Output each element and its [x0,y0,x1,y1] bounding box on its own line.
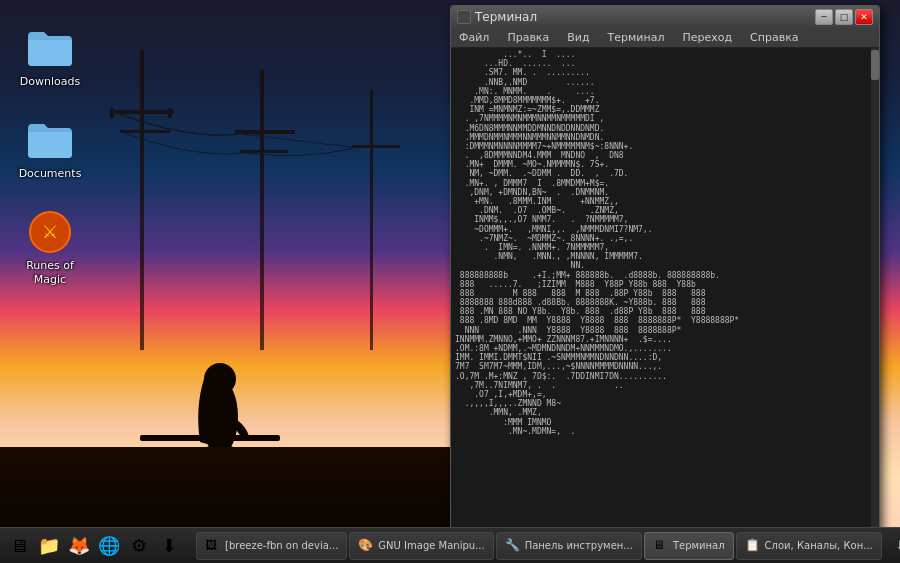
task-gimp[interactable]: 🎨 GNU Image Manipu... [349,532,493,560]
svg-rect-0 [140,50,144,350]
close-button[interactable]: ✕ [855,9,873,25]
desktop-icon-documents-label: Documents [19,167,82,180]
game-icon-runes: ⚔ [26,208,74,256]
svg-rect-2 [120,130,170,133]
task-panel-label: Панель инструмен... [525,540,633,551]
terminal-titlebar: Терминал ─ □ ✕ [451,6,879,28]
task-gimp-icon: 🎨 [358,538,374,554]
maximize-button[interactable]: □ [835,9,853,25]
task-channels-icon: 📋 [745,538,761,554]
svg-rect-4 [168,108,172,118]
svg-point-17 [204,363,236,395]
task-terminal-icon: 🖥 [653,538,669,554]
menu-file[interactable]: Файл [455,29,493,46]
systray-torrent[interactable]: ⬇ [890,535,900,557]
svg-rect-7 [240,150,288,153]
menu-terminal[interactable]: Терминал [604,29,669,46]
svg-rect-1 [110,110,174,114]
desktop: Downloads Documents ⚔ Runes of Magic [0,0,900,563]
desktop-icon-runes-label: Runes of Magic [14,259,86,285]
desktop-icon-downloads-label: Downloads [20,75,80,88]
ground [0,447,460,527]
svg-rect-8 [370,90,373,350]
menu-view[interactable]: Вид [563,29,593,46]
task-breeze-label: [breeze-fbn on devia... [225,540,338,551]
svg-rect-11 [140,435,280,441]
task-gimp-label: GNU Image Manipu... [378,540,484,551]
svg-rect-3 [110,108,114,118]
terminal-scrollbar[interactable] [871,48,879,559]
task-panel[interactable]: 🔧 Панель инструмен... [496,532,642,560]
task-terminal-label: Терминал [673,540,725,551]
terminal-output: ...*.. I .... ...HD. ...... ... .SM7. MM… [455,50,875,557]
svg-rect-9 [352,145,400,148]
task-terminal[interactable]: 🖥 Терминал [644,532,734,560]
taskbar-launcher: 🖥 📁 🦊 🌐 ⚙ ⬇ [0,528,188,563]
taskbar: 🖥 📁 🦊 🌐 ⚙ ⬇ 🖼 [breeze-fbn on devia... 🎨 … [0,527,900,563]
taskbar-launcher-chrome[interactable]: 🌐 [95,532,123,560]
task-breeze-icon: 🖼 [205,538,221,554]
terminal-title: Терминал [457,10,537,24]
desktop-icon-downloads[interactable]: Downloads [10,20,90,92]
menu-goto[interactable]: Переход [678,29,736,46]
svg-point-16 [202,379,238,455]
folder-icon-downloads [26,24,74,72]
terminal-app-icon [457,10,471,24]
taskbar-launcher-terminal[interactable]: 🖥 [5,532,33,560]
taskbar-launcher-firefox[interactable]: 🦊 [65,532,93,560]
taskbar-systray: ⬇ 🔊 📶 31° 29° 61° US 00:13 суббота [884,535,900,557]
terminal-title-label: Терминал [475,10,537,24]
task-channels-label: Слои, Каналы, Кон... [765,540,873,551]
folder-icon-documents [26,116,74,164]
terminal-menubar: Файл Правка Вид Терминал Переход Справка [451,28,879,48]
terminal-window: Терминал ─ □ ✕ Файл Правка Вид Терминал … [450,5,880,560]
desktop-icon-documents[interactable]: Documents [10,112,90,184]
minimize-button[interactable]: ─ [815,9,833,25]
taskbar-tasks: 🖼 [breeze-fbn on devia... 🎨 GNU Image Ma… [194,528,884,563]
desktop-icon-runes-of-magic[interactable]: ⚔ Runes of Magic [10,204,90,289]
svg-rect-5 [260,70,264,350]
desktop-icons: Downloads Documents ⚔ Runes of Magic [10,20,90,290]
menu-edit[interactable]: Правка [503,29,553,46]
task-channels[interactable]: 📋 Слои, Каналы, Кон... [736,532,882,560]
svg-rect-6 [235,130,295,134]
terminal-window-controls: ─ □ ✕ [815,9,873,25]
terminal-content[interactable]: ...*.. I .... ...HD. ...... ... .SM7. MM… [451,48,879,559]
svg-text:⚔: ⚔ [42,221,58,242]
taskbar-launcher-settings[interactable]: ⚙ [125,532,153,560]
utility-poles [80,50,430,350]
menu-help[interactable]: Справка [746,29,802,46]
taskbar-launcher-folder[interactable]: 📁 [35,532,63,560]
task-panel-icon: 🔧 [505,538,521,554]
taskbar-launcher-download[interactable]: ⬇ [155,532,183,560]
terminal-scrollbar-thumb[interactable] [871,50,879,80]
task-breeze[interactable]: 🖼 [breeze-fbn on devia... [196,532,347,560]
